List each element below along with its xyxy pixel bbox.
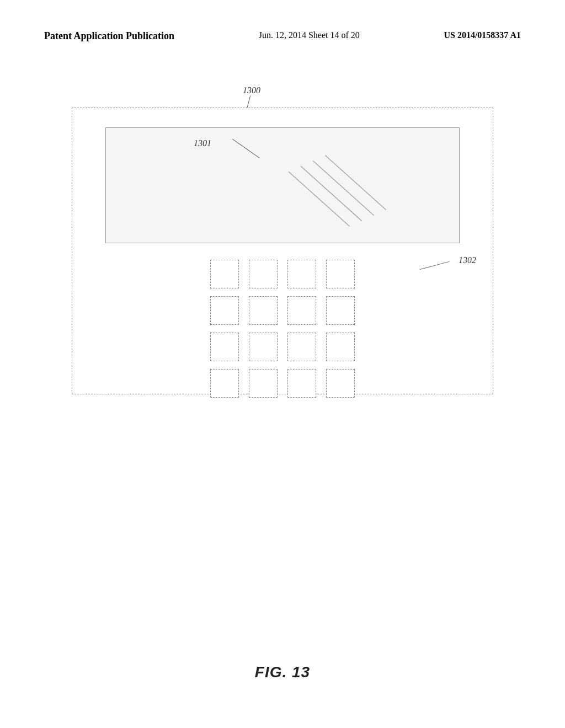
grid-cell-3-2	[249, 333, 278, 361]
ref-label-1301: 1301	[194, 138, 211, 148]
outer-device-box: 1301	[72, 108, 493, 394]
publication-date-sheet: Jun. 12, 2014 Sheet 14 of 20	[259, 30, 360, 40]
grid-area-1302	[105, 260, 460, 376]
grid-cell-4-1	[210, 369, 239, 398]
grid-cell-2-1	[210, 296, 239, 325]
svg-line-3	[325, 156, 386, 210]
grid-cell-1-4	[326, 260, 355, 288]
svg-line-2	[313, 160, 374, 215]
ref-label-1302: 1302	[459, 255, 476, 265]
ref-label-1300: 1300	[243, 85, 260, 95]
grid-cell-3-3	[287, 333, 316, 361]
grid-cell-4-2	[249, 369, 278, 398]
diagram-container: 1300 1301	[72, 85, 493, 394]
grid-cell-2-4	[326, 296, 355, 325]
grid-cell-4-4	[326, 369, 355, 398]
screen-area-1301	[105, 127, 460, 243]
figure-label: FIG. 13	[255, 663, 310, 681]
publication-number: US 2014/0158337 A1	[444, 30, 521, 40]
svg-line-0	[289, 172, 349, 226]
grid-cell-1-1	[210, 260, 239, 288]
grid-row-4	[105, 369, 460, 398]
screen-lines	[106, 128, 459, 243]
grid-row-1	[105, 260, 460, 288]
grid-row-2	[105, 296, 460, 325]
grid-cell-1-3	[287, 260, 316, 288]
svg-line-1	[301, 166, 361, 221]
grid-cell-4-3	[287, 369, 316, 398]
grid-cell-2-2	[249, 296, 278, 325]
publication-title: Patent Application Publication	[44, 30, 174, 42]
grid-cell-3-4	[326, 333, 355, 361]
grid-cell-3-1	[210, 333, 239, 361]
page-header: Patent Application Publication Jun. 12, …	[0, 0, 565, 42]
grid-cell-1-2	[249, 260, 278, 288]
grid-cell-2-3	[287, 296, 316, 325]
grid-row-3	[105, 333, 460, 361]
